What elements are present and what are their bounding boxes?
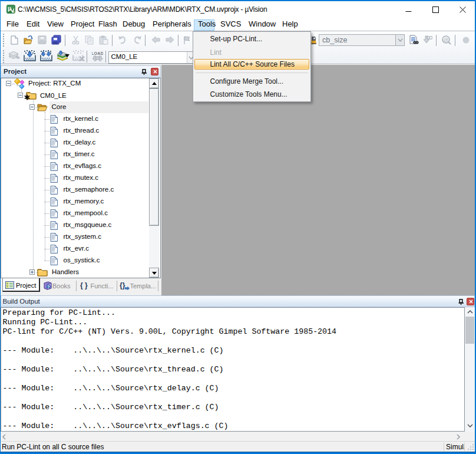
- svg-text:@: @: [443, 37, 448, 43]
- svg-text:LOAD: LOAD: [92, 51, 103, 55]
- svg-text:µ: µ: [8, 5, 11, 12]
- svg-text:?: ?: [47, 285, 49, 289]
